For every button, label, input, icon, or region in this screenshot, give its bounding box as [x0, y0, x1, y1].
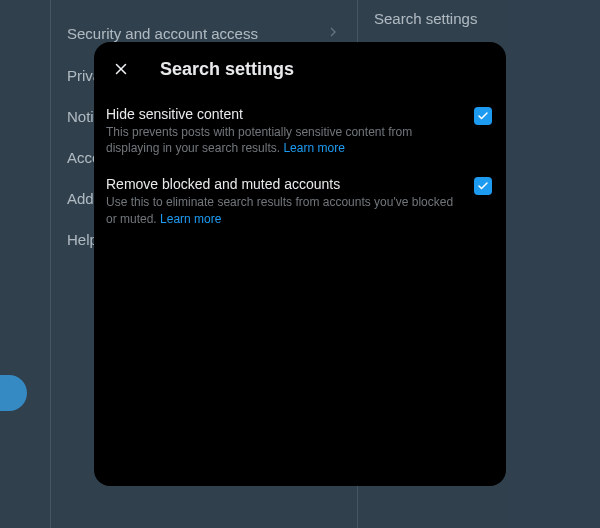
modal-title: Search settings [160, 59, 294, 80]
check-icon [477, 180, 489, 192]
option-text: Hide sensitive content This prevents pos… [106, 106, 464, 156]
modal-header: Search settings [94, 42, 506, 96]
option-desc: This prevents posts with potentially sen… [106, 124, 464, 156]
option-text: Remove blocked and muted accounts Use th… [106, 176, 464, 226]
close-button[interactable] [104, 52, 138, 86]
modal-overlay[interactable]: Search settings Hide sensitive content T… [0, 0, 600, 528]
option-desc-text: This prevents posts with potentially sen… [106, 125, 412, 155]
remove-blocked-checkbox[interactable] [474, 177, 492, 195]
option-desc: Use this to eliminate search results fro… [106, 194, 464, 226]
option-title: Hide sensitive content [106, 106, 464, 122]
option-hide-sensitive: Hide sensitive content This prevents pos… [94, 96, 506, 166]
option-remove-blocked: Remove blocked and muted accounts Use th… [94, 166, 506, 236]
learn-more-link[interactable]: Learn more [160, 212, 221, 226]
check-icon [477, 110, 489, 122]
option-title: Remove blocked and muted accounts [106, 176, 464, 192]
option-desc-text: Use this to eliminate search results fro… [106, 195, 453, 225]
learn-more-link[interactable]: Learn more [283, 141, 344, 155]
close-icon [112, 60, 130, 78]
search-settings-modal: Search settings Hide sensitive content T… [94, 42, 506, 486]
hide-sensitive-checkbox[interactable] [474, 107, 492, 125]
